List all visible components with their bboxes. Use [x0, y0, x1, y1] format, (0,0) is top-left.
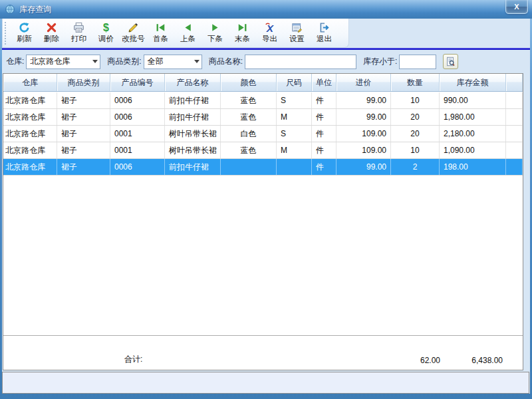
toolbar-button-refresh[interactable]: 刷新: [11, 20, 38, 47]
app-window: 库存查询 X 刷新删除打印$调价改批号首条上条下条末条X导出设置退出 仓库: 北…: [0, 0, 532, 399]
toolbar-button-label: 设置: [289, 34, 305, 44]
cell-filler: [506, 159, 523, 175]
column-header-3[interactable]: 产品名称: [165, 74, 221, 91]
cell-尺码: S: [277, 92, 312, 108]
column-header-10[interactable]: [506, 74, 523, 91]
total-amount: 6,438.00: [442, 356, 503, 365]
cell-filler: [506, 142, 523, 158]
toolbar-button-price[interactable]: $调价: [92, 20, 120, 47]
cell-商品类别: 裙子: [57, 126, 110, 142]
prev-record-icon: [182, 22, 194, 33]
column-header-8[interactable]: 数量: [391, 74, 440, 91]
cell-尺码: S: [277, 126, 312, 142]
cell-产品名称: 树叶吊带长裙: [165, 142, 221, 158]
cell-仓库: 北京路仓库: [3, 109, 57, 125]
search-doc-icon: [446, 57, 456, 66]
column-header-2[interactable]: 产品编号: [110, 74, 165, 91]
cell-产品编号: 0006: [110, 159, 165, 175]
batch-icon: [128, 22, 139, 33]
product-name-input[interactable]: [245, 55, 356, 69]
cell-库存金额: 1,980.00: [440, 109, 506, 125]
total-quantity: 62.00: [390, 356, 440, 365]
first-record-icon: [155, 22, 166, 33]
cell-数量: 20: [391, 109, 440, 125]
cell-单位: 件: [312, 126, 336, 142]
toolbar-button-last-record[interactable]: 末条: [229, 20, 256, 47]
cell-仓库: 北京路仓库: [3, 142, 57, 158]
cell-filler: [506, 109, 523, 125]
toolbar-button-batch[interactable]: 改批号: [120, 20, 147, 47]
cell-单位: 件: [312, 92, 336, 108]
toolbar-button-delete[interactable]: 删除: [38, 20, 65, 47]
stock-less-label: 库存小于:: [363, 56, 397, 67]
column-header-0[interactable]: 仓库: [3, 74, 57, 91]
toolbar-button-label: 改批号: [122, 34, 145, 44]
chevron-down-icon: [92, 60, 98, 63]
toolbar-button-next-record[interactable]: 下条: [201, 20, 229, 47]
column-header-9[interactable]: 库存金额: [440, 74, 506, 91]
search-button[interactable]: [443, 54, 458, 69]
table-row[interactable]: 北京路仓库裙子0001树叶吊带长裙蓝色M件109.00101,090.00: [3, 142, 523, 159]
cell-库存金额: 990.00: [440, 92, 506, 108]
cell-产品编号: 0001: [110, 142, 165, 158]
warehouse-select[interactable]: 北京路仓库: [26, 55, 100, 69]
cell-库存金额: 2,180.00: [440, 126, 506, 142]
warehouse-value: 北京路仓库: [30, 56, 70, 67]
cell-商品类别: 裙子: [57, 92, 110, 108]
cell-仓库: 北京路仓库: [3, 126, 57, 142]
cell-颜色: 蓝色: [221, 92, 277, 108]
cell-颜色: 蓝色: [221, 109, 277, 125]
app-icon: [5, 4, 15, 15]
refresh-icon: [19, 22, 30, 33]
column-header-5[interactable]: 尺码: [277, 74, 312, 91]
window-title: 库存查询: [19, 4, 51, 15]
bottom-panel: [2, 372, 529, 394]
cell-进价: 109.00: [336, 126, 391, 142]
toolbar-button-print[interactable]: 打印: [65, 20, 92, 47]
cell-产品编号: 0006: [110, 109, 165, 125]
toolbar-button-first-record[interactable]: 首条: [147, 20, 174, 47]
cell-仓库: 北京路仓库: [3, 159, 57, 175]
close-button[interactable]: X: [505, 0, 528, 14]
toolbar: 刷新删除打印$调价改批号首条上条下条末条X导出设置退出: [2, 19, 349, 48]
cell-单位: 件: [312, 109, 336, 125]
next-record-icon: [209, 22, 221, 33]
table-row[interactable]: 北京路仓库裙子0006前扣牛仔裙蓝色S件99.0010990.00: [3, 92, 523, 109]
toolbar-button-label: 退出: [317, 34, 332, 44]
last-record-icon: [237, 22, 248, 33]
grid-body: 北京路仓库裙子0006前扣牛仔裙蓝色S件99.0010990.00北京路仓库裙子…: [3, 92, 523, 334]
cell-商品类别: 裙子: [57, 142, 110, 158]
table-row[interactable]: 北京路仓库裙子0001树叶吊带长裙白色S件109.00202,180.00: [3, 126, 523, 142]
column-header-1[interactable]: 商品类别: [57, 74, 110, 91]
toolbar-button-settings[interactable]: 设置: [283, 20, 311, 47]
cell-颜色: 白色: [221, 126, 277, 142]
toolbar-button-prev-record[interactable]: 上条: [174, 20, 201, 47]
cell-尺码: [277, 159, 312, 175]
stock-less-input[interactable]: [399, 55, 436, 69]
cell-filler: [506, 92, 523, 108]
cell-产品名称: 前扣牛仔裙: [165, 159, 221, 175]
column-header-6[interactable]: 单位: [312, 74, 336, 91]
total-label: 合计:: [124, 354, 142, 365]
cell-进价: 99.00: [336, 92, 391, 108]
cell-单位: 件: [312, 159, 336, 175]
cell-进价: 109.00: [336, 142, 391, 158]
toolbar-buttons: 刷新删除打印$调价改批号首条上条下条末条X导出设置退出: [11, 19, 338, 47]
grid-footer: 合计: 62.00 6,438.00: [3, 335, 523, 370]
toolbar-button-export[interactable]: X导出: [256, 20, 283, 47]
cell-产品名称: 前扣牛仔裙: [165, 92, 221, 108]
cell-进价: 99.00: [336, 109, 391, 125]
table-row[interactable]: 北京路仓库裙子0006前扣牛仔裙蓝色M件99.00201,980.00: [3, 109, 523, 126]
toolbar-button-label: 删除: [44, 34, 59, 44]
category-select[interactable]: 全部: [144, 55, 202, 69]
column-header-7[interactable]: 进价: [336, 74, 391, 91]
cell-数量: 10: [391, 142, 440, 158]
table-row[interactable]: 北京路仓库裙子0006前扣牛仔裙件99.002198.00: [3, 159, 523, 176]
toolbar-grip[interactable]: [5, 22, 7, 45]
cell-颜色: [221, 159, 277, 175]
titlebar: 库存查询 X: [0, 0, 532, 19]
inventory-grid: 仓库商品类别产品编号产品名称颜色尺码单位进价数量库存金额 北京路仓库裙子0006…: [3, 73, 523, 370]
toolbar-button-exit[interactable]: 退出: [311, 20, 338, 47]
client-area: 刷新删除打印$调价改批号首条上条下条末条X导出设置退出 仓库: 北京路仓库 商品…: [2, 19, 530, 394]
column-header-4[interactable]: 颜色: [221, 74, 277, 91]
